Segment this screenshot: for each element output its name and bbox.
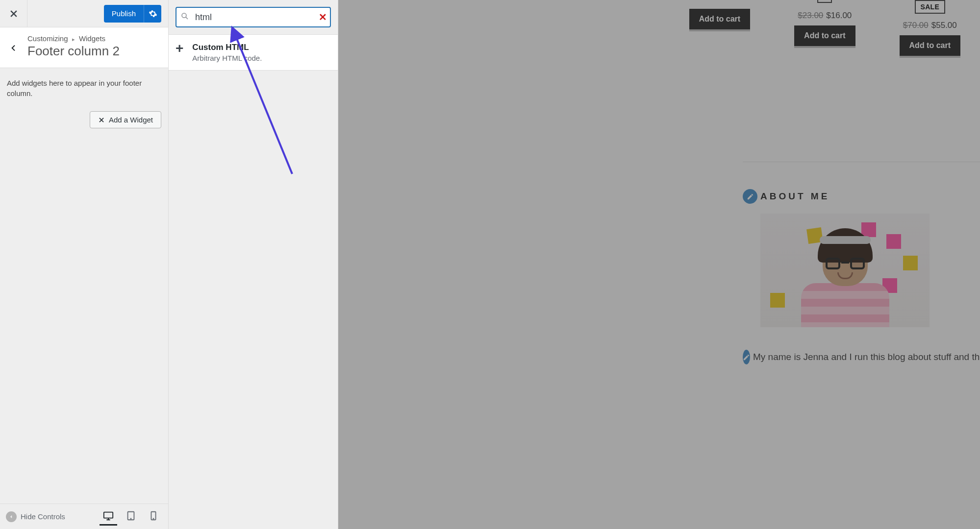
close-icon: [9, 9, 19, 19]
add-widget-label: Add a Widget: [109, 116, 153, 124]
add-to-cart-button[interactable]: Add to cart: [900, 35, 960, 56]
widget-result-title: Custom HTML: [192, 43, 262, 52]
gear-icon: [149, 9, 157, 18]
publish-button[interactable]: Publish: [104, 5, 144, 23]
svg-rect-0: [104, 512, 113, 518]
svg-point-4: [153, 518, 153, 519]
customizer-topbar: Publish: [0, 0, 168, 27]
back-button[interactable]: [0, 41, 27, 52]
breadcrumb-level2: Widgets: [79, 34, 105, 43]
add-to-cart-button[interactable]: Add to cart: [794, 25, 855, 46]
about-me-image: [760, 214, 930, 327]
device-tablet-button[interactable]: [122, 508, 140, 526]
edit-widget-button[interactable]: [743, 350, 750, 364]
bio-text: My name is Jenna and I run this blog abo…: [753, 352, 980, 362]
about-me-heading: ABOUT ME: [760, 191, 829, 202]
sale-badge: SALE: [915, 0, 946, 14]
publish-settings-button[interactable]: [144, 5, 161, 23]
pencil-icon: [747, 193, 754, 200]
widget-picker-panel: ✕ + Custom HTML Arbitrary HTML code.: [169, 0, 338, 529]
page-title: Footer column 2: [27, 44, 168, 59]
add-to-cart-button[interactable]: Add to cart: [689, 9, 750, 29]
chevron-left-icon: [10, 44, 18, 52]
breadcrumb-level1: Customizing: [27, 34, 68, 43]
plus-icon: +: [176, 42, 183, 62]
device-mobile-button[interactable]: [145, 508, 162, 526]
close-customizer-button[interactable]: [0, 0, 27, 27]
search-icon: [180, 12, 189, 23]
desktop-icon: [103, 510, 114, 521]
customizer-panel: Publish Customizing ▸ Widgets Footer col…: [0, 0, 169, 529]
collapse-icon: [6, 511, 17, 522]
tablet-icon: [126, 510, 136, 521]
breadcrumb: Customizing ▸ Widgets Footer column 2: [0, 27, 168, 68]
clear-search-button[interactable]: ✕: [319, 11, 327, 23]
site-preview: Add to cart $23.00$16.00 Add to cart SAL…: [338, 0, 980, 529]
close-icon: [98, 117, 105, 123]
help-text: Add widgets here to appear in your foote…: [7, 78, 161, 98]
widget-search-input[interactable]: [176, 7, 331, 27]
customizer-footer: Hide Controls: [0, 504, 168, 529]
mobile-icon: [148, 510, 159, 521]
pencil-icon: [743, 354, 750, 361]
device-desktop-button[interactable]: [100, 508, 117, 526]
widget-result-subtitle: Arbitrary HTML code.: [192, 54, 262, 62]
sale-badge-fragment: [817, 0, 832, 3]
svg-point-2: [130, 518, 131, 519]
widget-result-custom-html[interactable]: + Custom HTML Arbitrary HTML code.: [169, 35, 338, 71]
chevron-right-icon: ▸: [72, 36, 75, 42]
price: $23.00$16.00: [798, 11, 852, 21]
add-widget-button[interactable]: Add a Widget: [90, 111, 161, 128]
hide-controls-label: Hide Controls: [21, 512, 65, 521]
svg-point-5: [182, 13, 186, 18]
divider: [743, 162, 980, 162]
edit-widget-button[interactable]: [743, 189, 757, 204]
hide-controls-button[interactable]: Hide Controls: [6, 511, 65, 522]
price: $70.00$55.00: [903, 21, 957, 30]
